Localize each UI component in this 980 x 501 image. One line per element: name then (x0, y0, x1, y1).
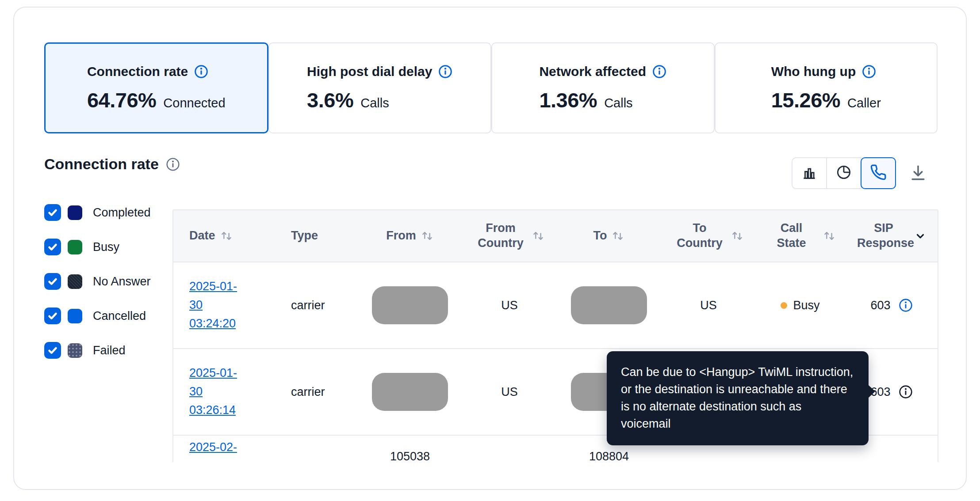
legend-label: Failed (93, 344, 126, 357)
legend-item-failed: Failed (44, 341, 151, 360)
chevron-down-icon[interactable] (915, 230, 926, 242)
download-icon (908, 163, 928, 184)
card-connection-rate[interactable]: Connection rate 64.76% Connected (44, 42, 268, 133)
info-icon[interactable] (166, 157, 180, 171)
metric-cards: Connection rate 64.76% Connected High po… (44, 42, 938, 133)
legend-item-cancelled: Cancelled (44, 307, 151, 325)
bar-chart-icon (801, 164, 818, 182)
from-number: 105038 (390, 450, 430, 462)
sort-icon (823, 228, 836, 243)
card-title: Who hung up (771, 64, 856, 79)
sort-icon (421, 228, 434, 243)
pie-chart-view-button[interactable] (826, 157, 861, 189)
call-state-legend: Completed Busy No Answer Cancelled Faile… (44, 203, 151, 376)
call-date-link[interactable]: 2025-01-30 03:24:20 (189, 277, 248, 333)
call-type: carrier (291, 385, 325, 399)
column-header-to-country[interactable]: To Country (662, 221, 755, 251)
color-swatch-failed (68, 343, 82, 358)
column-header-type: Type (275, 228, 357, 243)
view-toggle-group (792, 157, 896, 189)
checkbox-no-answer[interactable] (44, 273, 61, 290)
info-icon[interactable] (899, 298, 913, 312)
card-value: 1.36% (539, 88, 597, 112)
section-header: Connection rate (44, 156, 180, 173)
checkbox-failed[interactable] (44, 342, 61, 359)
info-icon[interactable] (899, 385, 913, 399)
page-title: Connection rate (44, 156, 159, 173)
checkbox-cancelled[interactable] (44, 307, 61, 324)
sort-icon (220, 228, 233, 243)
color-swatch-busy (68, 240, 82, 254)
card-high-post-dial-delay[interactable]: High post dial delay 3.6% Calls (268, 42, 492, 133)
checkbox-busy[interactable] (44, 239, 61, 255)
card-unit: Calls (604, 96, 632, 110)
checkbox-completed[interactable] (44, 204, 61, 221)
column-header-from[interactable]: From (357, 228, 463, 243)
info-icon[interactable] (438, 65, 452, 79)
download-button[interactable] (907, 163, 929, 184)
busy-status-dot (781, 302, 787, 309)
table-header: Date Type From From Country To To Countr… (173, 210, 938, 262)
legend-item-no-answer: No Answer (44, 272, 151, 291)
legend-item-completed: Completed (44, 203, 151, 222)
from-country: US (501, 385, 518, 399)
to-country: US (700, 299, 717, 312)
card-unit: Calls (360, 96, 389, 110)
phone-icon (870, 164, 887, 182)
legend-item-busy: Busy (44, 238, 151, 256)
call-log-view-button[interactable] (861, 157, 896, 189)
card-title: Network affected (539, 64, 646, 79)
tooltip-text: Can be due to <Hangup> TwiML instruction… (621, 365, 853, 430)
legend-label: Completed (93, 206, 151, 220)
pie-chart-icon (835, 164, 852, 182)
table-row: 2025-01-30 03:24:20 carrier US US Busy 6… (173, 262, 938, 349)
card-value: 15.26% (771, 88, 840, 112)
info-icon[interactable] (652, 65, 666, 79)
to-number: 108804 (589, 450, 629, 462)
card-value: 3.6% (307, 88, 353, 112)
info-icon[interactable] (862, 65, 876, 79)
call-date-link[interactable]: 2025-01-30 03:26:14 (189, 364, 248, 420)
color-swatch-cancelled (68, 309, 82, 323)
redacted-from-value (372, 373, 448, 411)
column-header-to[interactable]: To (556, 228, 662, 243)
bar-chart-view-button[interactable] (792, 157, 827, 189)
card-who-hung-up[interactable]: Who hung up 15.26% Caller (715, 42, 938, 133)
column-header-from-country[interactable]: From Country (463, 221, 556, 251)
redacted-from-value (372, 286, 448, 324)
column-header-call-state[interactable]: Call State (755, 221, 846, 251)
card-value: 64.76% (87, 88, 156, 112)
legend-label: Cancelled (93, 309, 146, 323)
card-unit: Caller (847, 96, 881, 110)
from-country: US (501, 299, 518, 312)
legend-label: No Answer (93, 275, 151, 288)
card-title: Connection rate (87, 64, 188, 79)
card-network-affected[interactable]: Network affected 1.36% Calls (491, 42, 715, 133)
sort-icon (731, 228, 744, 243)
legend-label: Busy (93, 240, 119, 254)
call-type: carrier (291, 299, 325, 312)
color-swatch-no-answer (68, 274, 82, 289)
card-unit: Connected (163, 96, 225, 110)
sort-icon (611, 228, 624, 243)
call-date-link[interactable]: 2025-02- (189, 438, 248, 457)
column-header-sip-response[interactable]: SIP Response (846, 221, 938, 251)
info-icon[interactable] (194, 65, 208, 79)
sort-icon (532, 228, 545, 243)
call-state: Busy (793, 299, 819, 312)
sip-response-tooltip: Can be due to <Hangup> TwiML instruction… (607, 351, 869, 445)
redacted-to-value (571, 286, 647, 324)
sip-response-code: 603 (870, 299, 890, 312)
color-swatch-completed (68, 205, 82, 220)
card-title: High post dial delay (307, 64, 432, 79)
column-header-date[interactable]: Date (173, 228, 275, 243)
